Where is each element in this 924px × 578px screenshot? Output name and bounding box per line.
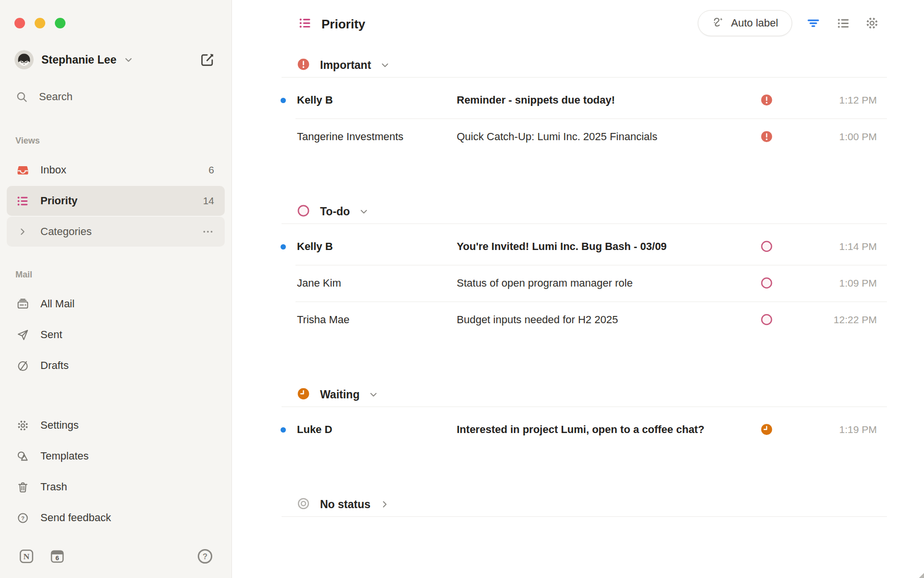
email-sender: Jane Kim bbox=[297, 277, 341, 289]
status-waiting-icon[interactable] bbox=[760, 423, 773, 436]
sidebar-item-label: Drafts bbox=[40, 359, 214, 372]
zoom-button[interactable] bbox=[55, 18, 65, 28]
status-todo-icon[interactable] bbox=[760, 314, 773, 327]
email-sender: Kelly B bbox=[297, 94, 333, 106]
email-subject: Quick Catch-Up: Lumi Inc. 2025 Financial… bbox=[457, 131, 657, 143]
section-label: Views bbox=[7, 136, 225, 145]
compose-button[interactable] bbox=[198, 50, 217, 69]
email-row[interactable]: Kelly B You're Invited! Lumi Inc. Bug Ba… bbox=[232, 228, 924, 265]
calendar-icon[interactable]: 6 bbox=[49, 548, 65, 565]
sidebar-item-sent[interactable]: Sent bbox=[7, 320, 225, 350]
group-header-important[interactable]: Important bbox=[232, 52, 390, 78]
email-row[interactable]: Tangerine Investments Quick Catch-Up: Lu… bbox=[232, 118, 924, 155]
divider bbox=[282, 77, 887, 78]
avatar bbox=[14, 50, 34, 69]
divider bbox=[282, 407, 887, 407]
email-sender: Trisha Mae bbox=[297, 314, 349, 326]
sidebar-item-drafts[interactable]: Drafts bbox=[7, 351, 225, 381]
sidebar: Stephanie Lee Search Views Inbox6 Priori… bbox=[0, 0, 232, 578]
sidebar-item-label: Settings bbox=[40, 419, 214, 432]
chevron-down-icon[interactable] bbox=[380, 60, 390, 70]
sidebar-item-label: All Mail bbox=[40, 298, 214, 310]
sidebar-footer: N 6 ? bbox=[0, 548, 231, 569]
email-subject: Reminder - snippets due today! bbox=[457, 94, 615, 106]
status-important-icon[interactable] bbox=[760, 131, 773, 144]
chevron-right-icon bbox=[15, 226, 30, 237]
sidebar-item-label: Templates bbox=[40, 450, 214, 462]
minimize-button[interactable] bbox=[35, 18, 45, 28]
sidebar-item-all-mail[interactable]: All Mail bbox=[7, 289, 225, 319]
group-name: To-do bbox=[320, 205, 350, 218]
email-sender: Kelly B bbox=[297, 240, 333, 253]
inbox-icon bbox=[15, 164, 30, 177]
sidebar-item-settings[interactable]: Settings bbox=[7, 410, 225, 440]
status-nostatus-icon bbox=[297, 497, 310, 512]
sidebar-item-label: Sent bbox=[40, 328, 214, 341]
email-row[interactable]: Luke D Interested in project Lumi, open … bbox=[232, 411, 924, 448]
email-row[interactable]: Trisha Mae Budget inputs needed for H2 2… bbox=[232, 302, 924, 338]
svg-text:N: N bbox=[24, 552, 30, 561]
templates-icon bbox=[15, 450, 30, 463]
chevron-down-icon[interactable] bbox=[368, 389, 379, 400]
group-header-todo[interactable]: To-do bbox=[232, 198, 369, 224]
svg-text:6: 6 bbox=[55, 554, 59, 562]
status-important-icon[interactable] bbox=[760, 94, 773, 107]
search-icon bbox=[15, 91, 28, 104]
views-section: Views Inbox6 Priority14 Categories bbox=[7, 136, 225, 248]
sidebar-item-categories[interactable]: Categories bbox=[7, 217, 225, 247]
notion-logo-icon[interactable]: N bbox=[18, 548, 35, 565]
group-name: Important bbox=[320, 59, 371, 72]
window-controls bbox=[14, 18, 65, 28]
profile-name: Stephanie Lee bbox=[41, 53, 116, 66]
group-name: Waiting bbox=[320, 388, 359, 401]
unread-indicator bbox=[281, 98, 286, 103]
sidebar-item-send-feedback[interactable]: ? Send feedback bbox=[7, 503, 225, 533]
priority-list-icon bbox=[15, 195, 30, 208]
close-button[interactable] bbox=[14, 18, 25, 28]
chevron-down-icon bbox=[123, 54, 134, 65]
sidebar-item-priority[interactable]: Priority14 bbox=[7, 186, 225, 216]
group-header-nostatus[interactable]: No status bbox=[232, 491, 390, 517]
chevron-down-icon[interactable] bbox=[359, 206, 369, 217]
email-time: 1:12 PM bbox=[839, 94, 877, 106]
email-subject: Status of open program manager role bbox=[457, 277, 633, 289]
sidebar-item-trash[interactable]: Trash bbox=[7, 472, 225, 502]
sidebar-item-inbox[interactable]: Inbox6 bbox=[7, 155, 225, 185]
sidebar-item-label: Inbox bbox=[40, 164, 208, 176]
email-subject: Interested in project Lumi, open to a co… bbox=[457, 423, 705, 436]
chevron-right-icon[interactable] bbox=[379, 499, 390, 510]
sidebar-item-templates[interactable]: Templates bbox=[7, 441, 225, 471]
email-time: 1:14 PM bbox=[839, 241, 877, 252]
email-row[interactable]: Jane Kim Status of open program manager … bbox=[232, 265, 924, 302]
unread-indicator bbox=[281, 427, 286, 433]
svg-text:?: ? bbox=[21, 515, 25, 521]
email-time: 12:22 PM bbox=[834, 314, 877, 326]
help-icon[interactable]: ? bbox=[196, 547, 214, 565]
status-todo-icon bbox=[297, 204, 310, 219]
email-sender: Tangerine Investments bbox=[297, 131, 403, 143]
sidebar-item-label: Trash bbox=[40, 481, 214, 493]
divider bbox=[282, 516, 887, 517]
status-todo-icon[interactable] bbox=[760, 240, 773, 253]
email-sender: Luke D bbox=[297, 423, 332, 436]
account-switcher[interactable]: Stephanie Lee bbox=[14, 48, 218, 71]
unread-indicator bbox=[281, 244, 286, 250]
item-count: 6 bbox=[208, 164, 214, 176]
more-options-icon[interactable] bbox=[202, 225, 214, 238]
sidebar-item-label: Priority bbox=[40, 195, 203, 207]
email-groups: Important Kelly B Reminder - snippets du… bbox=[232, 0, 924, 578]
email-subject: Budget inputs needed for H2 2025 bbox=[457, 314, 618, 326]
status-todo-icon[interactable] bbox=[760, 277, 773, 290]
divider bbox=[282, 223, 887, 224]
svg-text:?: ? bbox=[203, 552, 207, 561]
sent-icon bbox=[15, 328, 30, 342]
gear-icon bbox=[15, 419, 30, 432]
search-label: Search bbox=[39, 91, 73, 103]
mail-list-panel: Priority Auto label bbox=[232, 0, 924, 578]
item-count: 14 bbox=[203, 195, 214, 207]
mail-section: Mail All Mail Sent Drafts bbox=[7, 270, 225, 381]
group-header-waiting[interactable]: Waiting bbox=[232, 381, 379, 407]
group-name: No status bbox=[320, 498, 371, 511]
search-button[interactable]: Search bbox=[15, 87, 73, 107]
email-row[interactable]: Kelly B Reminder - snippets due today! 1… bbox=[232, 82, 924, 118]
